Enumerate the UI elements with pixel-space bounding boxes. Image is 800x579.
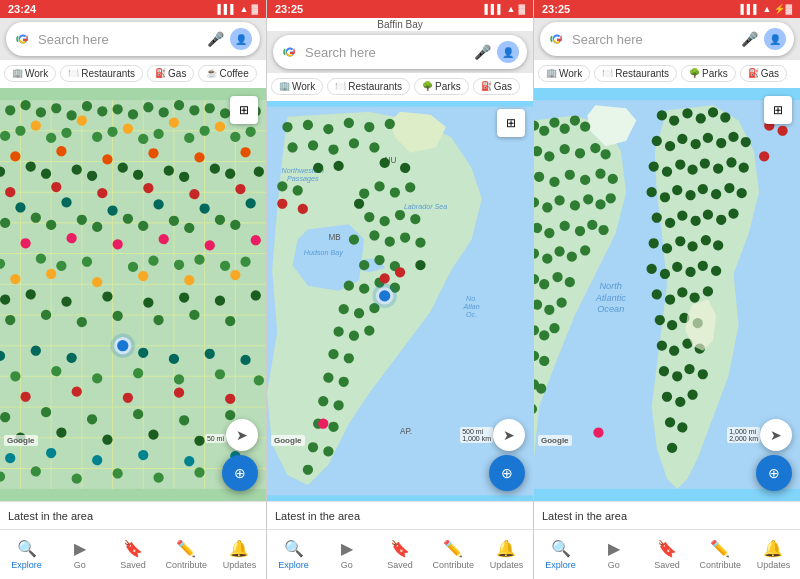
contribute-icon-1: ✏️	[176, 539, 196, 558]
nav-saved-2[interactable]: 🔖 Saved	[373, 535, 426, 574]
svg-point-21	[116, 338, 130, 352]
svg-text:NU: NU	[385, 156, 397, 165]
svg-text:North: North	[599, 281, 621, 291]
explore-icon-2: 🔍	[284, 539, 304, 558]
chip-gas-3[interactable]: ⛽Gas	[740, 65, 787, 82]
svg-text:Atlantic: Atlantic	[595, 293, 627, 303]
map-area-1[interactable]: 50 mi ⊞ Google ➤ ⊕	[0, 88, 266, 501]
map-area-3[interactable]: North Atlantic Ocean	[534, 88, 800, 501]
saved-icon-1: 🔖	[123, 539, 143, 558]
saved-icon-2: 🔖	[390, 539, 410, 558]
chip-restaurants-3[interactable]: 🍽️Restaurants	[594, 65, 677, 82]
search-bar-1[interactable]: Search here 🎤 👤	[6, 22, 260, 56]
svg-text:Hudson Bay: Hudson Bay	[304, 249, 343, 257]
wifi-icon-3: ▲	[763, 4, 772, 14]
avatar-2[interactable]: 👤	[497, 41, 519, 63]
nav-contribute-1[interactable]: ✏️ Contribute	[160, 535, 213, 574]
svg-text:Oc.: Oc.	[466, 311, 477, 319]
chip-gas-2[interactable]: ⛽Gas	[473, 78, 520, 95]
updates-icon-2: 🔔	[496, 539, 516, 558]
layers-btn-3[interactable]: ⊞	[764, 96, 792, 124]
avatar-1[interactable]: 👤	[230, 28, 252, 50]
layers-btn-2[interactable]: ⊞	[497, 109, 525, 137]
latest-bar-3: Latest in the area	[534, 501, 800, 529]
nav-updates-3[interactable]: 🔔 Updates	[747, 535, 800, 574]
nav-explore-3[interactable]: 🔍 Explore	[534, 535, 587, 574]
phone-screen-2: 23:25 ▌▌▌ ▲ ▓ Baffin Bay Search here 🎤 👤…	[267, 0, 534, 579]
status-bar-3: 23:25 ▌▌▌ ▲ ⚡▓	[534, 0, 800, 18]
map-area-2[interactable]: Northwestern Passages Hudson Bay Labrado…	[267, 101, 533, 501]
navigation-btn-2[interactable]: ➤	[493, 419, 525, 451]
search-placeholder-2: Search here	[305, 45, 474, 60]
nav-go-1[interactable]: ▶ Go	[53, 535, 106, 574]
google-logo-1	[14, 30, 32, 48]
scale-bar-1: 50 mi	[205, 434, 226, 443]
explore-icon-1: 🔍	[17, 539, 37, 558]
nav-contribute-3[interactable]: ✏️ Contribute	[694, 535, 747, 574]
nav-updates-1[interactable]: 🔔 Updates	[213, 535, 266, 574]
battery-icon-2: ▓	[518, 4, 525, 14]
svg-text:AP.: AP.	[400, 427, 412, 436]
signal-icon: ▌▌▌	[217, 4, 236, 14]
contribute-icon-3: ✏️	[710, 539, 730, 558]
mic-icon-3[interactable]: 🎤	[741, 31, 758, 47]
svg-text:Northwestern: Northwestern	[282, 167, 325, 175]
nav-saved-3[interactable]: 🔖 Saved	[640, 535, 693, 574]
map-background-3: North Atlantic Ocean	[534, 88, 800, 501]
wifi-icon-2: ▲	[507, 4, 516, 14]
chip-gas-1[interactable]: ⛽Gas	[147, 65, 194, 82]
phone-screen-3: 23:25 ▌▌▌ ▲ ⚡▓ Search here 🎤 👤 🏢Work 🍽️R…	[534, 0, 800, 579]
updates-icon-3: 🔔	[763, 539, 783, 558]
chip-coffee-1[interactable]: ☕Coffee	[198, 65, 256, 82]
nav-saved-1[interactable]: 🔖 Saved	[106, 535, 159, 574]
svg-text:No.: No.	[466, 295, 477, 303]
nav-go-2[interactable]: ▶ Go	[320, 535, 373, 574]
svg-point-22	[110, 333, 135, 358]
chip-restaurants-1[interactable]: 🍽️Restaurants	[60, 65, 143, 82]
fab-btn-3[interactable]: ⊕	[756, 455, 792, 491]
nav-explore-1[interactable]: 🔍 Explore	[0, 535, 53, 574]
google-logo-map-2: Google	[271, 435, 305, 446]
nav-updates-2[interactable]: 🔔 Updates	[480, 535, 533, 574]
latest-bar-1: Latest in the area	[0, 501, 266, 529]
search-placeholder-1: Search here	[38, 32, 207, 47]
latest-bar-2: Latest in the area	[267, 501, 533, 529]
status-icons-3: ▌▌▌ ▲ ⚡▓	[740, 4, 792, 14]
battery-charging-icon-3: ⚡▓	[774, 4, 792, 14]
nav-explore-2[interactable]: 🔍 Explore	[267, 535, 320, 574]
navigation-btn-1[interactable]: ➤	[226, 419, 258, 451]
chip-parks-2[interactable]: 🌳Parks	[414, 78, 469, 95]
search-placeholder-3: Search here	[572, 32, 741, 47]
fab-btn-1[interactable]: ⊕	[222, 455, 258, 491]
chip-restaurants-2[interactable]: 🍽️Restaurants	[327, 78, 410, 95]
svg-text:Passages: Passages	[287, 175, 319, 183]
mic-icon-1[interactable]: 🎤	[207, 31, 224, 47]
pins-layer-2: Northwestern Passages Hudson Bay Labrado…	[267, 101, 533, 501]
mic-icon-2[interactable]: 🎤	[474, 44, 491, 60]
avatar-3[interactable]: 👤	[764, 28, 786, 50]
chip-work-3[interactable]: 🏢Work	[538, 65, 590, 82]
chip-work-1[interactable]: 🏢Work	[4, 65, 56, 82]
bottom-nav-2: 🔍 Explore ▶ Go 🔖 Saved ✏️ Contribute 🔔 U…	[267, 529, 533, 579]
battery-icon: ▓	[251, 4, 258, 14]
go-icon-1: ▶	[74, 539, 86, 558]
search-bar-2[interactable]: Search here 🎤 👤	[273, 35, 527, 69]
svg-text:MB: MB	[328, 233, 341, 242]
search-bar-3[interactable]: Search here 🎤 👤	[540, 22, 794, 56]
layers-btn-1[interactable]: ⊞	[230, 96, 258, 124]
fab-btn-2[interactable]: ⊕	[489, 455, 525, 491]
google-logo-map-3: Google	[538, 435, 572, 446]
scale-bar-2: 500 mi1,000 km	[460, 427, 493, 443]
navigation-btn-3[interactable]: ➤	[760, 419, 792, 451]
chip-work-2[interactable]: 🏢Work	[271, 78, 323, 95]
filter-chips-1: 🏢Work 🍽️Restaurants ⛽Gas ☕Coffee	[0, 60, 266, 88]
svg-text:Atlan: Atlan	[462, 303, 479, 311]
chip-parks-3[interactable]: 🌳Parks	[681, 65, 736, 82]
status-bar-1: 23:24 ▌▌▌ ▲ ▓	[0, 0, 266, 18]
wifi-icon: ▲	[240, 4, 249, 14]
svg-text:Ocean: Ocean	[597, 304, 624, 314]
updates-icon-1: 🔔	[229, 539, 249, 558]
signal-icon-3: ▌▌▌	[740, 4, 759, 14]
nav-go-3[interactable]: ▶ Go	[587, 535, 640, 574]
nav-contribute-2[interactable]: ✏️ Contribute	[427, 535, 480, 574]
